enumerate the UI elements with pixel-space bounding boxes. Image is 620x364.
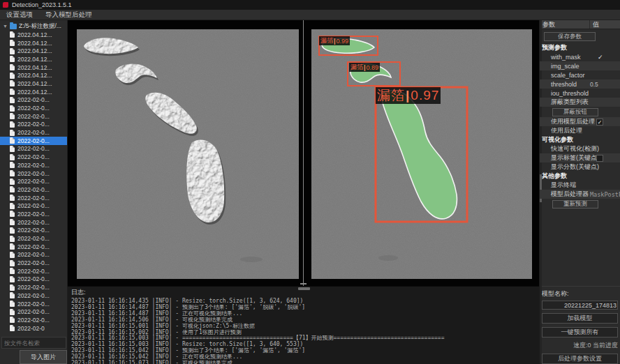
predict-all-button[interactable]: 一键预测所有: [542, 327, 618, 338]
tree-item[interactable]: 2022-02-0...: [0, 121, 67, 129]
tree-item[interactable]: 2022-02-0...: [0, 227, 67, 235]
file-icon: [10, 276, 15, 282]
param-label: threshold: [540, 81, 577, 88]
main-area: ▼ Z:/5-标注数据/... 2022.04.12...2022.04.12.…: [0, 20, 620, 364]
original-image-canvas[interactable]: [77, 29, 299, 279]
param-row[interactable]: 显示标签(关键点): [540, 153, 620, 162]
params-header: 参数 值: [540, 20, 620, 29]
param-row[interactable]: 快速可视化(检测): [540, 144, 620, 153]
file-icon: [10, 146, 15, 152]
menu-item-import-postprocess[interactable]: 导入模型后处理: [39, 10, 98, 20]
tree-item[interactable]: 2022-02-0...: [0, 96, 67, 105]
menu-item-settings[interactable]: 设置选项: [0, 10, 39, 20]
param-row[interactable]: 使用后处理: [540, 126, 620, 135]
param-row[interactable]: iou_threshold: [540, 89, 620, 98]
param-button[interactable]: 重新预测: [552, 200, 598, 208]
tree-item[interactable]: 2022-02-0...: [0, 210, 67, 218]
file-icon: [10, 203, 15, 209]
original-image: [77, 29, 299, 279]
param-row[interactable]: 模型后处理器MaskPostPro: [540, 190, 620, 199]
file-icon: [10, 64, 15, 70]
file-tree-panel: ▼ Z:/5-标注数据/... 2022.04.12...2022.04.12.…: [0, 20, 68, 364]
tree-item[interactable]: 2022-02-0...: [0, 185, 67, 194]
tree-item[interactable]: 2022-02-0...: [0, 177, 67, 185]
tree-item[interactable]: 2022-02-0...: [0, 218, 67, 227]
param-label: 模型后处理器: [540, 190, 589, 199]
save-params-row: 保存参数: [540, 29, 620, 43]
search-input[interactable]: [1, 337, 66, 349]
prediction-image: [311, 29, 532, 279]
param-row[interactable]: 显示终端: [540, 181, 620, 190]
file-tree-list: 2022.04.12...2022.04.12...2022.04.12...2…: [0, 31, 67, 335]
param-label: 使用模型后处理: [540, 117, 595, 126]
caret-down-icon[interactable]: ▼: [3, 24, 8, 29]
tree-item[interactable]: 2022-02-0...: [0, 275, 67, 284]
tree-item[interactable]: 2022-02-0...: [0, 202, 67, 210]
param-row[interactable]: 屏蔽类型列表: [540, 98, 620, 107]
tree-item[interactable]: 2022.04.12...: [0, 63, 67, 72]
tree-item-label: 2022-02-0...: [17, 308, 50, 315]
tree-item-label: 2022-02-0...: [17, 121, 50, 128]
tree-item[interactable]: 2022-02-0...: [0, 267, 67, 275]
tree-item[interactable]: 2022.04.12...: [0, 88, 67, 96]
param-row[interactable]: with_mask✓: [540, 52, 620, 61]
postprocess-settings-button[interactable]: 后处理参数设置: [542, 354, 618, 364]
tree-item[interactable]: 2022-02-0...: [0, 283, 67, 291]
param-row[interactable]: scale_factor: [540, 70, 620, 79]
param-row[interactable]: 使用模型后处理✓: [540, 117, 620, 126]
tree-item-label: 2022-02-0...: [17, 153, 50, 160]
tree-item-label: 2022-02-0...: [17, 268, 50, 275]
tree-item[interactable]: 2022-02-0...: [0, 104, 67, 112]
checkmark-icon: ✓: [598, 54, 603, 61]
tree-item[interactable]: 2022-02-0...: [0, 251, 67, 259]
checkbox-checked[interactable]: ✓: [596, 119, 603, 126]
param-value: 0.5: [590, 81, 598, 88]
tree-item[interactable]: 2022.04.12...: [0, 31, 67, 39]
file-icon: [10, 260, 15, 266]
log-scrollbar-thumb[interactable]: [298, 287, 310, 290]
checkbox-empty[interactable]: [596, 155, 603, 162]
tree-item-label: 2022-02-0: [17, 325, 45, 332]
tree-root[interactable]: ▼ Z:/5-标注数据/...: [0, 22, 67, 31]
file-icon: [10, 162, 15, 168]
prediction-image-canvas[interactable]: 漏箔|0.99 漏箔|0.89 漏箔|0.97: [311, 29, 532, 279]
param-row[interactable]: img_scale: [540, 61, 620, 70]
tree-item[interactable]: 2022.04.12...: [0, 55, 67, 63]
save-params-button[interactable]: 保存参数: [544, 32, 596, 41]
tree-item[interactable]: 2022-02-0...: [0, 316, 67, 324]
tree-item[interactable]: 2022-02-0...: [0, 194, 67, 202]
file-icon: [10, 252, 15, 258]
import-images-button[interactable]: 导入图片: [20, 350, 67, 364]
tree-item-label: 2022-02-0...: [17, 317, 50, 324]
tree-item[interactable]: 2022-02-0...: [0, 234, 67, 243]
tree-item[interactable]: 2022-02-0...: [0, 145, 67, 153]
tree-item[interactable]: 2022-02-0...: [0, 259, 67, 267]
tree-item[interactable]: 2022-02-0...: [0, 112, 67, 121]
tree-item[interactable]: 2022-02-0...: [0, 153, 67, 161]
tree-item[interactable]: 2022-02-0...: [0, 308, 67, 316]
tree-item[interactable]: 2022-02-0...: [0, 169, 67, 178]
tree-item[interactable]: 2022-02-0...: [0, 243, 67, 251]
model-name-select[interactable]: 20221225_174813: [542, 301, 618, 310]
tree-item[interactable]: 2022-02-0...: [0, 300, 67, 308]
param-button[interactable]: 屏蔽按钮: [552, 108, 598, 116]
tree-item[interactable]: 2022.04.12...: [0, 79, 67, 88]
tree-item[interactable]: 2022-02-0...: [0, 128, 67, 137]
tree-item[interactable]: 2022-02-0: [0, 324, 67, 333]
load-model-button[interactable]: 加载模型: [542, 313, 618, 324]
tree-item-label: 2022-02-0...: [17, 170, 50, 177]
tree-item[interactable]: 2022-02-0...: [0, 161, 67, 169]
title-bar: Detection_2023.1.5.1: [0, 0, 620, 10]
tree-item[interactable]: 2022.04.12...: [0, 71, 67, 79]
tree-item-label: 2022.04.12...: [17, 40, 52, 47]
tree-item[interactable]: 2022.04.12...: [0, 39, 67, 47]
file-icon: [10, 105, 15, 112]
tree-item-label: 2022-02-0...: [17, 137, 50, 144]
params-header-value: 值: [590, 20, 620, 29]
file-icon: [10, 292, 15, 298]
tree-item[interactable]: 2022-02-0...: [0, 137, 67, 145]
param-row[interactable]: threshold0.5: [540, 79, 620, 89]
tree-item[interactable]: 2022-02-0...: [0, 291, 67, 300]
tree-item[interactable]: 2022.04.12...: [0, 47, 67, 55]
param-row[interactable]: 显示分数(关键点): [540, 162, 620, 172]
